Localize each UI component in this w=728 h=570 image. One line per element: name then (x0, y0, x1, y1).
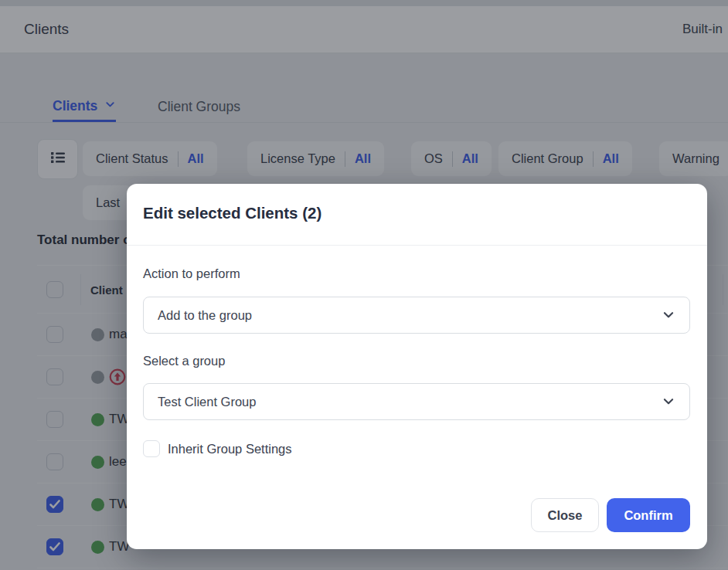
action-select[interactable]: Add to the group (143, 297, 690, 334)
group-select-value: Test Client Group (158, 395, 256, 409)
edit-clients-modal: Edit selected Clients (2) Action to perf… (127, 184, 707, 549)
select-group-label: Select a group (143, 354, 225, 368)
group-select[interactable]: Test Client Group (143, 383, 690, 420)
action-to-perform-label: Action to perform (143, 266, 240, 281)
chevron-down-icon (662, 395, 675, 409)
inherit-checkbox[interactable] (143, 440, 160, 457)
inherit-group-settings-option[interactable]: Inherit Group Settings (143, 440, 292, 457)
modal-divider (127, 245, 707, 246)
close-button[interactable]: Close (531, 498, 599, 532)
confirm-button[interactable]: Confirm (607, 498, 690, 532)
page: Clients Built-in Clients Client Groups C… (0, 0, 728, 570)
action-select-value: Add to the group (158, 308, 252, 323)
modal-title: Edit selected Clients (2) (143, 204, 321, 222)
chevron-down-icon (662, 308, 675, 322)
inherit-checkbox-label: Inherit Group Settings (168, 442, 292, 456)
